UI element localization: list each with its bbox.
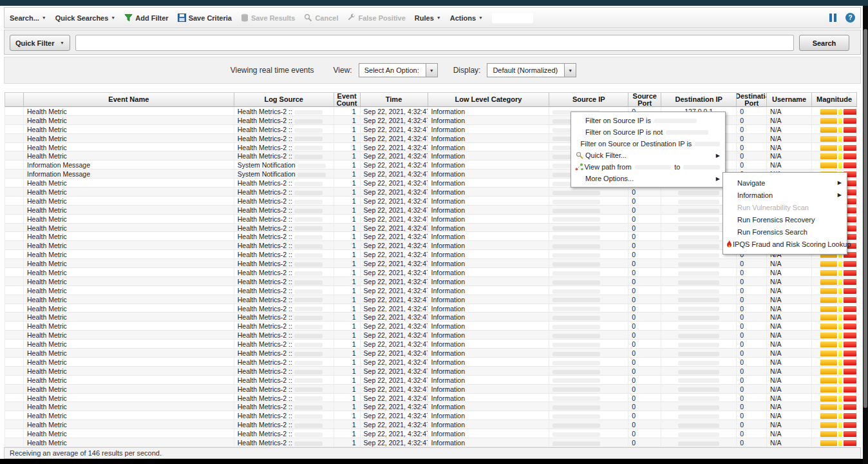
column-header-magnitude[interactable]: Magnitude (812, 93, 857, 106)
menu-item-filter-source-or-destination-ip-is[interactable]: Filter on Source or Destination IP is (571, 138, 725, 150)
actions-menu[interactable]: Actions▼ (450, 14, 483, 22)
table-row[interactable]: Health MetricHealth Metrics-2 :: 1Sep 22… (5, 286, 857, 295)
column-header-source-port[interactable]: Source Port (628, 93, 661, 106)
event-count-cell: 1 (334, 125, 361, 133)
table-row[interactable]: Health MetricHealth Metrics-2 :: 1Sep 22… (5, 116, 857, 125)
submenu-arrow-icon: ▶ (716, 153, 720, 159)
vertical-scrollbar[interactable] (863, 6, 868, 464)
table-row[interactable]: Health MetricHealth Metrics-2 :: 1Sep 22… (5, 349, 857, 358)
menu-item-label: Filter on Source IP is not (585, 128, 663, 136)
log-source-cell: Health Metrics-2 :: (234, 358, 334, 366)
table-row[interactable]: Health MetricHealth Metrics-2 :: 1Sep 22… (5, 429, 857, 438)
column-header-event-name[interactable]: Event Name (24, 93, 234, 106)
menu-item-more-options[interactable]: More Options...▶ (571, 173, 725, 184)
column-header-event-count[interactable]: Event Count (334, 93, 361, 106)
source-ip-cell (549, 349, 628, 357)
add-filter-button[interactable]: Add Filter (124, 14, 168, 22)
event-name-cell: Health Metric (24, 224, 234, 232)
time-cell: Sep 22, 2021, 4:32:47 PM (361, 241, 428, 249)
column-header-destinati-port[interactable]: Destinati- Port (737, 93, 767, 106)
redacted-text (666, 130, 708, 135)
row-select-cell (5, 215, 24, 223)
time-cell: Sep 22, 2021, 4:32:47 PM (361, 313, 428, 321)
magnitude-cell (812, 160, 857, 169)
save-criteria-button[interactable]: Save Criteria (178, 14, 232, 22)
low-level-category-cell: Information (428, 385, 550, 393)
redacted-text (678, 387, 719, 392)
table-row[interactable]: Health MetricHealth Metrics-2 :: 1Sep 22… (5, 107, 857, 116)
table-row[interactable]: Health MetricHealth Metrics-2 :: 1Sep 22… (5, 143, 857, 152)
search-button[interactable]: Search (799, 35, 849, 51)
menu-item-run-forensics-search[interactable]: Run Forensics Search (723, 226, 847, 238)
table-row[interactable]: Health MetricHealth Metrics-2 :: 1Sep 22… (5, 125, 857, 134)
table-row[interactable]: Information MessageSystem Notification 1… (5, 160, 857, 169)
column-header-destination-ip[interactable]: Destination IP (661, 93, 737, 106)
low-level-category-cell: Information (428, 169, 550, 178)
table-row[interactable]: Health MetricHealth Metrics-2 :: 1Sep 22… (5, 322, 857, 331)
table-row[interactable]: Health MetricHealth Metrics-2 :: 1Sep 22… (5, 402, 857, 411)
table-row[interactable]: Health MetricHealth Metrics-2 :: 1Sep 22… (5, 438, 857, 447)
menu-item-view-path[interactable]: View path fromto (571, 161, 725, 173)
menu-item-ipqs-fraud-lookup[interactable]: IPQS Fraud and Risk Scoring Lookup (723, 238, 847, 250)
table-row[interactable]: Health MetricHealth Metrics-2 :: 1Sep 22… (5, 376, 857, 385)
redacted-text (678, 405, 719, 410)
table-row[interactable]: Health MetricHealth Metrics-2 :: 1Sep 22… (5, 313, 857, 322)
username-cell: N/A (767, 259, 812, 267)
table-row[interactable]: Health MetricHealth Metrics-2 :: 1Sep 22… (5, 259, 857, 268)
column-header-log-source[interactable]: Log Source (234, 93, 334, 106)
table-row[interactable]: Health MetricHealth Metrics-2 :: 1Sep 22… (5, 411, 857, 420)
column-header-username[interactable]: Username (767, 93, 812, 106)
redacted-text (678, 253, 719, 258)
redacted-text (294, 235, 323, 240)
table-row[interactable]: Health MetricHealth Metrics-2 :: 1Sep 22… (5, 367, 857, 376)
rules-menu[interactable]: Rules▼ (415, 14, 441, 22)
table-row[interactable]: Health MetricHealth Metrics-2 :: 1Sep 22… (5, 268, 857, 277)
chevron-down-icon: ▼ (478, 15, 483, 20)
redacted-text (552, 414, 600, 419)
column-header-source-ip[interactable]: Source IP (549, 93, 628, 106)
low-level-category-cell: Information (428, 322, 550, 330)
table-row[interactable]: Health MetricHealth Metrics-2 :: 1Sep 22… (5, 151, 857, 160)
menu-item-filter-source-ip-is-not[interactable]: Filter on Source IP is not (571, 126, 725, 138)
table-row[interactable]: Health MetricHealth Metrics-2 :: 1Sep 22… (5, 331, 857, 340)
table-row[interactable]: Health MetricHealth Metrics-2 :: 1Sep 22… (5, 420, 857, 429)
scrollbar-thumb[interactable] (863, 29, 867, 408)
quick-searches-menu[interactable]: Quick Searches▼ (55, 14, 116, 22)
column-header-low-level-category[interactable]: Low Level Category (428, 93, 550, 106)
log-source-cell: Health Metrics-2 :: (234, 206, 334, 214)
filter-type-dropdown[interactable]: Quick Filter ▼ (10, 35, 70, 51)
destination-port-cell: 0 (737, 268, 767, 276)
table-row[interactable]: Health MetricHealth Metrics-2 :: 1Sep 22… (5, 358, 857, 367)
event-count-cell: 1 (334, 322, 361, 330)
menu-item-quick-filter[interactable]: Quick Filter...▶ (571, 150, 725, 161)
menu-item-run-forensics-recovery[interactable]: Run Forensics Recovery (723, 213, 847, 226)
search-menu[interactable]: Search...▼ (10, 14, 46, 22)
username-cell: N/A (767, 107, 812, 115)
save-icon (178, 14, 186, 22)
table-row[interactable]: Health MetricHealth Metrics-2 :: 1Sep 22… (5, 295, 857, 304)
table-row[interactable]: Health MetricHealth Metrics-2 :: 1Sep 22… (5, 385, 857, 394)
table-row[interactable]: Health MetricHealth Metrics-2 :: 1Sep 22… (5, 340, 857, 349)
table-row[interactable]: Health MetricHealth Metrics-2 :: 1Sep 22… (5, 277, 857, 286)
destination-port-cell: 0 (737, 116, 767, 124)
table-row[interactable]: Health MetricHealth Metrics-2 :: 1Sep 22… (5, 134, 857, 143)
redacted-text (552, 396, 600, 401)
display-select[interactable]: Default (Normalized) ▼ (487, 63, 576, 77)
redacted-text (294, 316, 323, 320)
menu-item-filter-source-ip-is[interactable]: Filter on Source IP is (571, 115, 725, 126)
view-select[interactable]: Select An Option: ▼ (359, 63, 438, 77)
menu-item-information[interactable]: Information▶ (723, 189, 847, 201)
event-name-cell: Health Metric (24, 402, 234, 411)
help-icon[interactable]: ? (845, 13, 855, 23)
pause-stream-button[interactable] (829, 14, 836, 22)
redacted-text (294, 387, 323, 392)
table-row[interactable]: Health MetricHealth Metrics-2 :: 1Sep 22… (5, 304, 857, 313)
table-row[interactable]: Health MetricHealth Metrics-2 :: 1Sep 22… (5, 394, 857, 403)
search-input[interactable] (75, 35, 794, 51)
toolbar-item-label: Save Criteria (189, 14, 232, 22)
menu-item-navigate[interactable]: Navigate▶ (723, 177, 847, 189)
low-level-category-cell: Information (428, 241, 550, 249)
column-header-time[interactable]: Time (361, 93, 428, 106)
redacted-text (294, 334, 323, 338)
log-source-cell: Health Metrics-2 :: (234, 250, 334, 258)
